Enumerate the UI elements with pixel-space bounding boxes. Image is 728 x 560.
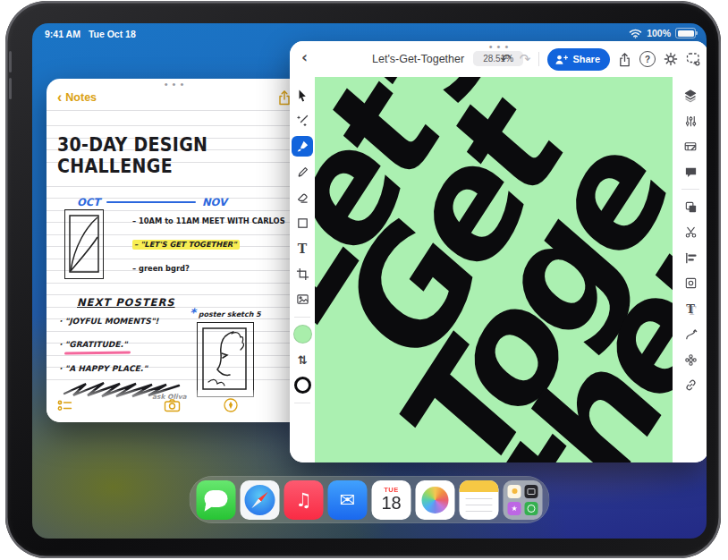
- drawing-tool-sidebar: T ⇅: [290, 77, 315, 462]
- panel-divider: [681, 189, 699, 190]
- export-button[interactable]: [618, 52, 631, 67]
- status-bar: 9:41 AM Tue Oct 18 100%: [32, 23, 707, 43]
- dock-app-notes[interactable]: [460, 480, 499, 520]
- markup-button[interactable]: [224, 398, 238, 412]
- tool-divider: [294, 317, 310, 318]
- link-button[interactable]: [680, 376, 701, 395]
- curve-tool-button[interactable]: [680, 325, 701, 344]
- help-button[interactable]: ?: [639, 51, 656, 67]
- cursor-icon: [295, 89, 309, 103]
- sliders-icon: [684, 115, 698, 128]
- brush-tool-selected[interactable]: [292, 136, 313, 157]
- dock: ♫ ✉ TUE 18 ★: [190, 476, 550, 523]
- select-subject-button[interactable]: [686, 52, 701, 66]
- brush-icon: [296, 140, 309, 153]
- folder-mini-app-star: ★: [508, 502, 521, 515]
- dock-app-calendar[interactable]: TUE 18: [372, 480, 411, 520]
- note-sketch-portrait: [197, 322, 254, 397]
- drawing-panel-sidebar: T: [673, 77, 707, 462]
- drawing-top-bar: • • • ‹ Let's-Get-Together 28.51% ↶ ↷: [290, 41, 707, 78]
- crop-icon: [296, 267, 309, 281]
- compass-needle: [250, 490, 270, 510]
- message-bubble-tail: [205, 503, 216, 513]
- place-image-tool[interactable]: [292, 289, 313, 310]
- checklist-button[interactable]: [57, 399, 72, 412]
- drawing-canvas[interactable]: Let's Get Toge ther: [315, 77, 673, 462]
- note-item-joyful: · "JOYFUL MOMENTS"!: [59, 317, 158, 326]
- volume-down-button[interactable]: [9, 78, 12, 99]
- timeline-line: [106, 201, 196, 203]
- timeline-start: OCT: [77, 196, 100, 208]
- drawing-back-button[interactable]: ‹: [301, 50, 308, 64]
- magic-wand-tool[interactable]: [292, 111, 313, 132]
- note-item-gratitude: · "GRATITUDE.": [59, 340, 128, 349]
- swap-colors-button[interactable]: ⇅: [292, 350, 313, 370]
- comments-panel-button[interactable]: [680, 163, 701, 182]
- layers-panel-button[interactable]: [680, 86, 701, 105]
- brush-panel-icon: [683, 140, 698, 153]
- asterisk-icon: *: [190, 306, 196, 319]
- pencil-icon: [296, 165, 309, 179]
- share-button[interactable]: Share: [547, 48, 610, 71]
- battery-icon: [675, 28, 696, 38]
- folder-mini-app-tips: [508, 485, 521, 498]
- share-label: Share: [572, 54, 600, 64]
- note-timeline: OCT NOV: [77, 196, 227, 208]
- comment-icon: [684, 165, 698, 179]
- dock-app-folder[interactable]: ★: [504, 480, 543, 520]
- duplicate-button[interactable]: [680, 198, 701, 216]
- shape-library-button[interactable]: [680, 351, 701, 369]
- dock-app-mail[interactable]: ✉: [328, 480, 368, 520]
- adjustments-panel-button[interactable]: [680, 112, 701, 131]
- note-bullet-highlight: – "LET'S GET TOGETHER": [132, 240, 240, 249]
- ring-color-black: [294, 377, 311, 394]
- pencil-tool[interactable]: [292, 162, 313, 182]
- checklist-icon: [57, 399, 72, 412]
- export-icon: [618, 52, 631, 67]
- crop-tool[interactable]: [292, 264, 313, 284]
- note-paper[interactable]: 30-DAY DESIGN CHALLENGE OCT NOV – 10AM t…: [47, 109, 302, 390]
- dock-app-music[interactable]: ♫: [284, 480, 324, 520]
- camera-button[interactable]: [164, 398, 181, 412]
- volume-up-button[interactable]: [9, 51, 12, 72]
- dock-app-safari[interactable]: [241, 480, 280, 520]
- transform-box-icon: [684, 276, 698, 290]
- align-button[interactable]: [680, 249, 701, 267]
- note-bullet-background: – green bgrd?: [132, 264, 190, 273]
- text-styles-button[interactable]: T: [680, 300, 701, 318]
- brushes-panel-button[interactable]: [680, 137, 701, 156]
- redo-button[interactable]: ↷: [520, 52, 531, 66]
- undo-button[interactable]: ↶: [500, 52, 512, 66]
- safari-compass-icon: [245, 485, 275, 515]
- toolbar-divider: [538, 52, 539, 66]
- dock-app-photos[interactable]: [416, 480, 455, 520]
- music-note-icon: ♫: [295, 489, 312, 511]
- wifi-icon: [629, 29, 642, 38]
- duplicate-icon: [684, 200, 698, 214]
- cut-button[interactable]: [680, 223, 701, 242]
- drawing-app-window: • • • ‹ Let's-Get-Together 28.51% ↶ ↷: [290, 41, 707, 462]
- status-time: 9:41 AM: [45, 29, 80, 39]
- link-icon: [684, 378, 698, 392]
- photos-flower-icon: [422, 487, 449, 513]
- secondary-color-swatch[interactable]: [292, 375, 313, 395]
- notes-back-button[interactable]: ‹ Notes: [57, 91, 97, 104]
- settings-button[interactable]: [664, 52, 678, 66]
- ipad-screen-wallpaper: 9:41 AM Tue Oct 18 100% • • • ‹ Notes: [32, 23, 707, 539]
- dock-app-messages[interactable]: [197, 480, 236, 520]
- color-swatch[interactable]: [292, 324, 313, 344]
- note-sketch-label: *poster sketch 5: [190, 306, 261, 319]
- gear-icon: [664, 52, 678, 66]
- eraser-tool[interactable]: [292, 187, 313, 208]
- notes-bottom-toolbar: [47, 390, 302, 422]
- move-tool[interactable]: [292, 85, 313, 106]
- curve-icon: [684, 327, 698, 341]
- text-tool[interactable]: T: [292, 238, 313, 259]
- shape-tool[interactable]: [292, 213, 313, 233]
- transform-button[interactable]: [680, 274, 701, 293]
- timeline-end: NOV: [202, 196, 227, 208]
- note-item-happy: · "A HAPPY PLACE.": [59, 364, 148, 373]
- notes-icon-line: [466, 505, 493, 506]
- notes-window-handle[interactable]: • • •: [47, 80, 302, 89]
- notes-icon-line: [466, 498, 493, 500]
